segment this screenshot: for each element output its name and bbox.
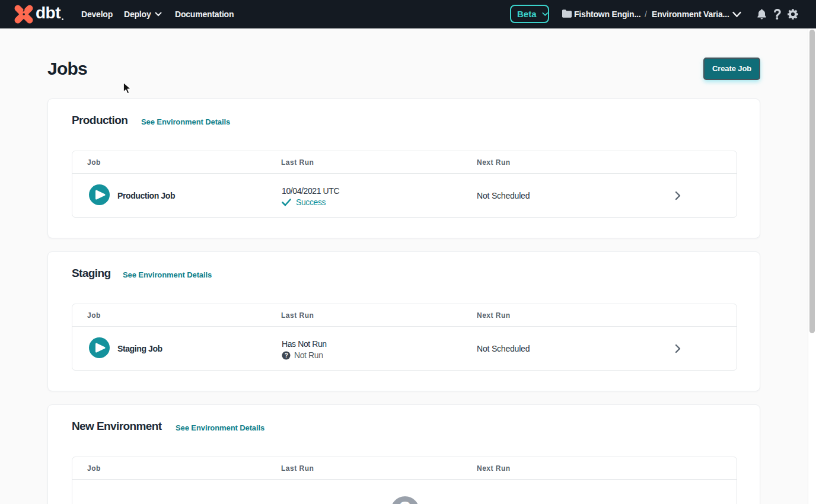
svg-text:?: ? xyxy=(285,352,288,359)
